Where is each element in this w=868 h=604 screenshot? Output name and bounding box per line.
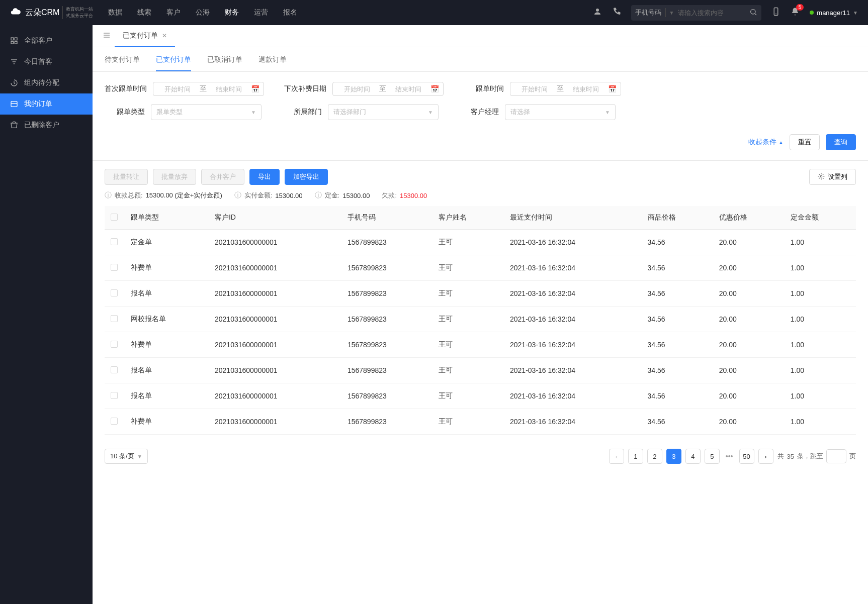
page-button[interactable]: 1 <box>628 449 643 464</box>
page-button[interactable]: 2 <box>647 449 662 464</box>
notification-icon[interactable]: 5 <box>791 7 800 19</box>
follow-time-start[interactable] <box>514 85 555 93</box>
table-header: 商品价格 <box>642 206 713 230</box>
next-pay-start[interactable] <box>337 85 377 93</box>
nav-item[interactable]: 线索 <box>137 8 151 17</box>
next-pay-end[interactable] <box>388 85 428 93</box>
reset-button[interactable]: 重置 <box>790 134 820 150</box>
cell-type: 补费单 <box>125 332 209 358</box>
sidebar-item[interactable]: 全部客户 <box>0 30 93 51</box>
sub-tab[interactable]: 退款订单 <box>258 55 287 71</box>
first-follow-start[interactable] <box>157 85 198 93</box>
row-checkbox[interactable] <box>111 315 118 322</box>
cell-price: 34.56 <box>642 255 713 281</box>
batch-giveup-button[interactable]: 批量放弃 <box>153 169 196 185</box>
nav-item[interactable]: 财务 <box>225 8 239 17</box>
sub-tab[interactable]: 已取消订单 <box>207 55 242 71</box>
row-checkbox[interactable] <box>111 392 118 399</box>
table-row: 报名单20210316000000011567899823王可2021-03-1… <box>105 281 856 307</box>
cell-time: 2021-03-16 16:32:04 <box>504 332 642 358</box>
merge-button[interactable]: 合并客户 <box>201 169 244 185</box>
row-checkbox[interactable] <box>111 341 118 348</box>
cell-id: 2021031600000001 <box>209 358 341 383</box>
logo[interactable]: 云朵CRM 教育机构一站 式服务云平台 <box>10 6 93 19</box>
sub-tab[interactable]: 已支付订单 <box>156 55 191 71</box>
page-button[interactable]: 4 <box>685 449 701 464</box>
svg-rect-4 <box>15 38 17 40</box>
page-size-select[interactable]: 10 条/页 ▼ <box>105 449 148 464</box>
prev-page-button[interactable]: ‹ <box>609 449 624 464</box>
cell-phone: 1567899823 <box>341 332 432 358</box>
question-icon: ⓘ <box>315 191 322 200</box>
cell-name: 王可 <box>432 255 504 281</box>
summary-total: 15300.00 (定金+实付金额) <box>146 191 222 200</box>
cell-type: 网校报名单 <box>125 307 209 332</box>
manager-select[interactable]: 请选择 ▼ <box>505 104 616 120</box>
search-input[interactable] <box>674 7 749 19</box>
cell-discount: 20.00 <box>713 307 785 332</box>
first-follow-end[interactable] <box>209 85 249 93</box>
summary-actual: 15300.00 <box>275 192 302 199</box>
nav-item[interactable]: 数据 <box>108 8 122 17</box>
search-button[interactable]: 查询 <box>826 134 856 150</box>
search-type-select[interactable]: 手机号码 <box>635 8 666 17</box>
next-pay-date-range[interactable]: 至 📅 <box>332 82 444 96</box>
page-button[interactable]: 5 <box>705 449 720 464</box>
row-checkbox[interactable] <box>111 238 118 245</box>
svg-rect-3 <box>11 38 14 40</box>
cell-id: 2021031600000001 <box>209 281 341 307</box>
toolbar: 批量转让 批量放弃 合并客户 导出 加密导出 设置列 <box>93 160 868 191</box>
department-select[interactable]: 请选择部门 ▼ <box>328 104 439 120</box>
user-menu[interactable]: manager11 ▼ <box>810 9 858 17</box>
export-button[interactable]: 导出 <box>249 169 280 185</box>
batch-transfer-button[interactable]: 批量转让 <box>105 169 148 185</box>
nav-item[interactable]: 公海 <box>196 8 210 17</box>
close-icon[interactable]: ✕ <box>162 32 167 39</box>
sidebar-item[interactable]: 今日首客 <box>0 51 93 72</box>
nav-item[interactable]: 运营 <box>254 8 268 17</box>
last-page-button[interactable]: 50 <box>739 449 754 464</box>
collapse-filters-link[interactable]: 收起条件 ▲ <box>748 138 784 147</box>
cell-id: 2021031600000001 <box>209 255 341 281</box>
sub-tab[interactable]: 待支付订单 <box>105 55 140 71</box>
logo-main-text: 云朵CRM <box>25 8 59 18</box>
nav-item[interactable]: 客户 <box>166 8 181 17</box>
first-follow-date-range[interactable]: 至 📅 <box>153 82 264 96</box>
cell-phone: 1567899823 <box>341 255 432 281</box>
pagination: ‹ 12345 ••• 50 › 共 35 条，跳至 页 <box>609 449 856 464</box>
user-icon[interactable] <box>593 7 602 19</box>
page-button[interactable]: 3 <box>666 449 681 464</box>
tab-label: 已支付订单 <box>123 31 158 40</box>
cell-deposit: 1.00 <box>785 281 856 307</box>
svg-rect-6 <box>15 41 17 44</box>
row-checkbox[interactable] <box>111 418 118 425</box>
next-page-button[interactable]: › <box>758 449 773 464</box>
menu-toggle-icon[interactable] <box>99 31 115 41</box>
row-checkbox[interactable] <box>111 264 118 271</box>
row-checkbox[interactable] <box>111 366 118 373</box>
sidebar-item[interactable]: 已删除客户 <box>0 115 93 136</box>
follow-type-select[interactable]: 跟单类型 ▼ <box>151 104 262 120</box>
select-all-checkbox[interactable] <box>111 214 118 221</box>
sidebar-item[interactable]: 我的订单 <box>0 93 93 115</box>
mobile-icon[interactable] <box>771 7 780 19</box>
cell-type: 补费单 <box>125 255 209 281</box>
logo-sub-text: 教育机构一站 式服务云平台 <box>62 6 93 19</box>
tab-paid-orders[interactable]: 已支付订单 ✕ <box>115 25 175 47</box>
page-jump-input[interactable] <box>826 449 846 463</box>
page-ellipsis: ••• <box>724 452 735 460</box>
row-checkbox[interactable] <box>111 289 118 296</box>
follow-time-date-range[interactable]: 至 📅 <box>510 82 621 96</box>
nav-item[interactable]: 报名 <box>283 8 297 17</box>
cell-deposit: 1.00 <box>785 255 856 281</box>
sidebar-icon <box>10 58 18 66</box>
search-icon[interactable] <box>749 8 757 18</box>
cell-type: 报名单 <box>125 358 209 383</box>
follow-time-end[interactable] <box>566 85 606 93</box>
phone-icon[interactable] <box>612 7 621 19</box>
sidebar-item[interactable]: 组内待分配 <box>0 72 93 93</box>
chevron-down-icon: ▼ <box>251 110 256 115</box>
encrypt-export-button[interactable]: 加密导出 <box>285 169 328 185</box>
sidebar-icon <box>10 37 18 45</box>
column-settings-button[interactable]: 设置列 <box>809 169 856 185</box>
